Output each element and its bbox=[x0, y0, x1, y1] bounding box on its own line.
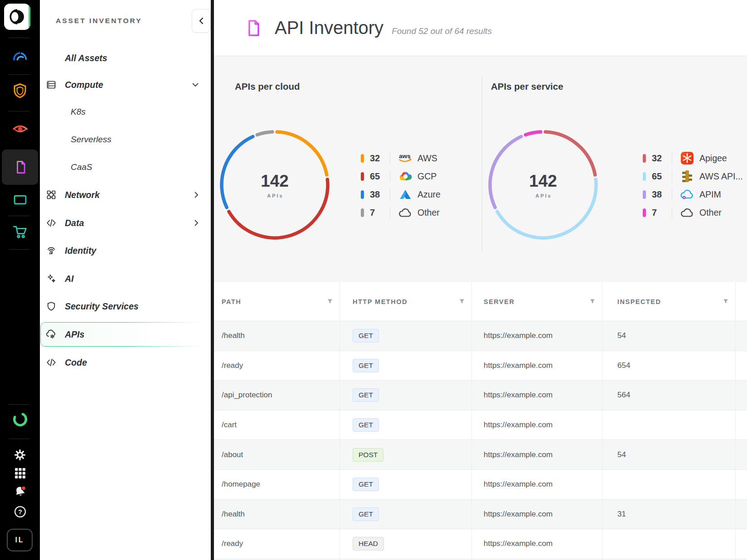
sidebar-item-compute[interactable]: Compute bbox=[40, 72, 208, 97]
sidebar-edge-scrollbar[interactable] bbox=[211, 0, 214, 560]
sidebar-item-k8s[interactable]: K8s bbox=[40, 99, 208, 125]
sidebar-item-caas[interactable]: CaaS bbox=[40, 154, 208, 180]
legend-row-aws[interactable]: 32awsAWS bbox=[361, 149, 441, 167]
legend-divider bbox=[672, 170, 672, 182]
charts-section: APIs per cloud 142 APIs 32awsAWS65GCP38A… bbox=[214, 57, 747, 282]
column-header-path[interactable]: PATH bbox=[214, 282, 340, 321]
filter-button[interactable] bbox=[590, 298, 595, 305]
table-header-row: PATHHTTP METHODSERVERINSPECTED bbox=[214, 282, 747, 321]
table-row[interactable]: /cartGEThttps://example.com bbox=[214, 410, 747, 440]
filter-funnel-icon bbox=[723, 299, 728, 304]
cell-http-method: GET bbox=[340, 381, 472, 410]
filter-button[interactable] bbox=[723, 298, 728, 305]
legend-label: Other bbox=[417, 208, 440, 218]
cell-path: /homepage bbox=[214, 470, 340, 499]
cell-http-method: POST bbox=[340, 440, 472, 469]
table-row[interactable]: /aboutPOSThttps://example.com54 bbox=[214, 439, 747, 469]
donut-segment-azure[interactable] bbox=[222, 136, 253, 208]
sidebar-item-network[interactable]: Network bbox=[40, 182, 208, 208]
gauge-icon[interactable] bbox=[10, 45, 30, 66]
sidebar-item-apis[interactable]: APIs bbox=[40, 322, 208, 347]
cart-glyph bbox=[12, 224, 28, 239]
sidebar-item-identity[interactable]: Identity bbox=[40, 238, 208, 263]
rail-item-api-inventory[interactable] bbox=[2, 150, 38, 185]
bell-glyph bbox=[14, 485, 26, 498]
table-row[interactable]: /healthGEThttps://example.com31 bbox=[214, 499, 747, 529]
legend-row-apim[interactable]: 38APIM bbox=[643, 185, 743, 203]
cell-server: https://example.com bbox=[472, 381, 602, 410]
legend-value: 65 bbox=[652, 171, 672, 182]
asset-inventory-sidebar: ASSET INVENTORY All AssetsComputeK8sServ… bbox=[40, 0, 211, 560]
shield-icon[interactable] bbox=[10, 80, 30, 101]
brand-logo[interactable] bbox=[4, 4, 30, 30]
sidebar-item-label: All Assets bbox=[65, 53, 107, 63]
column-header-http-method[interactable]: HTTP METHOD bbox=[340, 282, 472, 321]
legend-label: Azure bbox=[417, 189, 441, 200]
http-method-badge: GET bbox=[353, 359, 379, 372]
sidebar-item-label: CaaS bbox=[71, 162, 92, 172]
donut-chart-cloud: 142 APIs bbox=[219, 129, 330, 241]
filter-button[interactable] bbox=[459, 298, 465, 305]
table-row[interactable]: /readyHEADhttps://example.com bbox=[214, 529, 747, 559]
legend-row-apigee[interactable]: 32Apigee bbox=[643, 149, 743, 167]
legend-row-azure[interactable]: 38Azure bbox=[361, 185, 441, 203]
eye-icon[interactable] bbox=[10, 118, 30, 139]
cell-inspected: 564 bbox=[602, 381, 736, 410]
donut-segment-aws[interactable] bbox=[277, 132, 327, 175]
http-method-badge: GET bbox=[353, 418, 379, 432]
sidebar-item-code[interactable]: Code bbox=[40, 350, 208, 375]
aws-api-gateway-icon bbox=[681, 169, 693, 183]
donut-segment-other[interactable] bbox=[525, 132, 540, 135]
table-row[interactable]: /homepageGEThttps://example.com bbox=[214, 469, 747, 499]
donut-segment-aws-api-[interactable] bbox=[497, 179, 596, 238]
legend-service: 32Apigee65AWS API...38APIM7Other bbox=[643, 149, 743, 222]
rail-divider bbox=[9, 404, 29, 405]
legend-row-other[interactable]: 7Other bbox=[643, 203, 743, 222]
filter-button[interactable] bbox=[327, 298, 333, 305]
donut-segment-apigee[interactable] bbox=[545, 132, 595, 175]
legend-row-gcp[interactable]: 65GCP bbox=[361, 167, 441, 185]
brand-ring-icon[interactable] bbox=[10, 409, 30, 430]
eye-glyph bbox=[12, 122, 29, 135]
api-inventory-page-icon bbox=[242, 18, 263, 39]
legend-swatch bbox=[643, 154, 646, 163]
chevron-down-icon bbox=[192, 83, 199, 87]
column-header-inspected[interactable]: INSPECTED bbox=[602, 282, 736, 321]
sidebar-item-label: Identity bbox=[65, 246, 96, 256]
help-icon[interactable]: ? bbox=[10, 501, 30, 522]
column-header-extra bbox=[736, 282, 747, 321]
cart-icon[interactable] bbox=[10, 221, 30, 242]
sidebar-item-all-assets[interactable]: All Assets bbox=[40, 45, 208, 71]
sidebar-item-data[interactable]: Data bbox=[40, 210, 208, 236]
legend-row-other[interactable]: 7Other bbox=[361, 203, 441, 222]
donut-segment-apim[interactable] bbox=[490, 136, 521, 208]
donut-segment-other[interactable] bbox=[257, 132, 272, 135]
table-row[interactable]: /healthGEThttps://example.com54 bbox=[214, 321, 747, 351]
monitor-icon[interactable] bbox=[10, 190, 30, 211]
apps-grid-icon[interactable] bbox=[10, 463, 30, 483]
http-method-badge: GET bbox=[353, 329, 379, 343]
cell-extra bbox=[736, 440, 747, 469]
notifications-bell-icon[interactable] bbox=[10, 481, 30, 502]
column-header-server[interactable]: SERVER bbox=[472, 282, 602, 321]
sidebar-item-security-services[interactable]: Security Services bbox=[40, 294, 208, 319]
user-avatar[interactable]: IL bbox=[7, 529, 33, 551]
table-row[interactable]: /readyGEThttps://example.com654 bbox=[214, 351, 747, 381]
legend-divider bbox=[390, 170, 390, 182]
sidebar-item-ai[interactable]: AI bbox=[40, 266, 208, 291]
legend-row-aws-api-[interactable]: 65AWS API... bbox=[643, 167, 743, 185]
table-row[interactable]: /api_protectionGEThttps://example.com564 bbox=[214, 380, 747, 410]
legend-divider bbox=[672, 188, 672, 200]
aws-icon: aws bbox=[398, 152, 413, 164]
donut-segment-gcp[interactable] bbox=[229, 179, 328, 238]
legend-value: 7 bbox=[370, 208, 390, 218]
code-icon bbox=[46, 357, 57, 368]
cell-extra bbox=[736, 321, 747, 351]
cell-inspected bbox=[602, 470, 736, 499]
legend-divider bbox=[390, 188, 390, 200]
legend-divider bbox=[672, 152, 672, 164]
cell-http-method: GET bbox=[340, 500, 472, 529]
sidebar-item-serverless[interactable]: Serverless bbox=[40, 127, 208, 152]
legend-swatch bbox=[361, 208, 364, 217]
identity-fingerprint-icon bbox=[46, 245, 57, 256]
